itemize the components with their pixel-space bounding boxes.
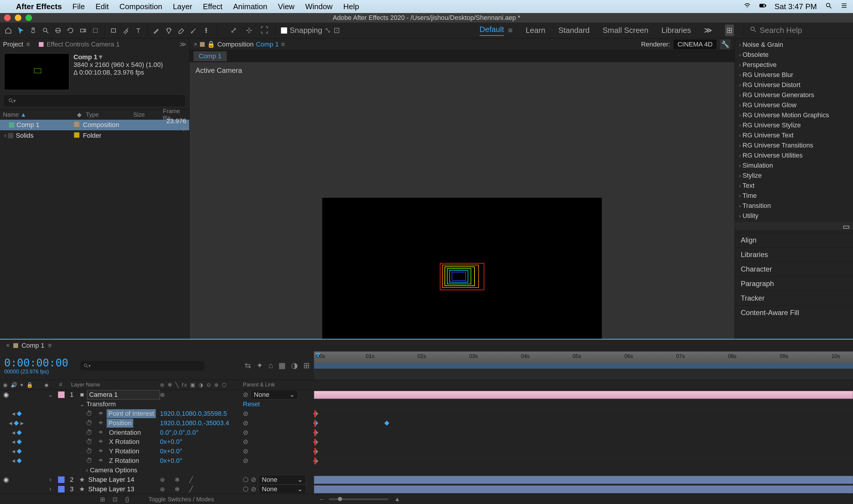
effect-cat[interactable]: ›RG Universe Distort [735,80,853,90]
home-button[interactable] [3,25,14,36]
effect-cat[interactable]: ›Perspective [735,60,853,70]
num-column[interactable]: # [59,382,71,388]
effect-cat[interactable]: ›RG Universe Utilities [735,150,853,161]
col-label-icon[interactable]: ◆ [74,111,83,118]
comp-settings-icon[interactable]: 🔧 [720,39,730,50]
switches-column[interactable]: ⊛ ✻ ╲ fx ▣ ◑ ⊙ ⊕ ⬡ [160,382,243,388]
project-item-comp[interactable]: Comp 1 Composition 23.976 ⊹ [0,120,189,130]
effect-cat[interactable]: ›RG Universe Blur [735,70,853,80]
toggle-switches-icon2[interactable]: ⊡ [112,496,118,503]
effect-cat[interactable]: ›RG Universe Generators [735,90,853,100]
world-axis-icon[interactable]: ⊹ [244,25,254,36]
parent-column[interactable]: Parent & Link [243,382,314,388]
keyframe[interactable] [385,421,390,426]
zoom-in-icon[interactable]: ▲ [394,496,400,503]
audio-column-icon[interactable]: 🔊 [11,382,17,388]
timeline-row[interactable]: ◂ ⏱⫩ Orientation 0.0°,0.0°,0.0° ⊘ [0,428,853,437]
frame-blend-icon[interactable]: ▦ [279,361,286,370]
effect-controls-tab[interactable]: Effect Controls Camera 1 [39,40,120,48]
panel-content-aware[interactable]: Content-Aware Fill [735,305,853,320]
lock-column-icon[interactable]: 🔒 [26,382,33,388]
effect-cat[interactable]: ›Utility [735,211,853,221]
panel-tracker[interactable]: Tracker [735,291,853,305]
orbit-tool[interactable] [53,25,64,36]
menu-composition[interactable]: Composition [119,2,162,11]
effect-cat[interactable]: ›RG Universe Glow [735,100,853,110]
zoom-out-icon[interactable]: – [320,496,323,503]
project-tab[interactable]: Project ≡ [3,40,30,48]
search-help-input[interactable]: Search Help [760,26,802,35]
panel-align[interactable]: Align [735,233,853,247]
app-name[interactable]: After Effects [16,2,62,11]
timeline-row[interactable]: ◂ ⏱⫩ X Rotation 0x+0.0° ⊘ [0,437,853,447]
effect-cat[interactable]: ›Obsolete [735,50,853,60]
work-area-bar[interactable] [314,363,853,369]
timeline-row[interactable]: ◂ ⏱⫩ Y Rotation 0x+0.0° ⊘ [0,447,853,456]
close-window[interactable] [4,15,11,21]
workspace-reset-icon[interactable]: ⊞ [725,24,734,36]
panel-overflow-icon[interactable]: ≫ [179,40,186,48]
maximize-window[interactable] [25,15,32,21]
effect-cat[interactable]: ›Noise & Grain [735,40,853,50]
rectangle-tool[interactable] [108,25,119,36]
hand-tool[interactable] [28,25,38,36]
timeline-row[interactable]: › 3 ★ Shape Layer 13 ⊕ ✻ ╱ ⬡ ⊘ None⌄ [0,484,853,494]
renderer-dropdown[interactable]: CINEMA 4D [673,39,717,50]
timeline-row[interactable]: ◂ ▸ ⏱⫩ Position 1920.0,1080.0,-35003.4 ⊘ [0,418,853,428]
motion-blur-icon[interactable]: ◑ [291,361,298,370]
snapping-checkbox[interactable] [281,27,287,34]
workspace-libraries[interactable]: Libraries [661,26,691,35]
parent-dropdown[interactable]: None⌄ [259,484,306,494]
pen-tool[interactable] [121,25,131,36]
view-axis-icon[interactable]: ⛶ [259,25,270,36]
timeline-row[interactable]: ◉ › 2 ★ Shape Layer 14 ⊕ ✻ ╱ ⬡ ⊘ None⌄ [0,475,853,484]
panel-paragraph[interactable]: Paragraph [735,276,853,291]
effect-cat[interactable]: ›RG Universe Motion Graphics [735,110,853,120]
workspace-overflow-icon[interactable]: ≫ [704,26,712,35]
effect-cat[interactable]: ›RG Universe Stylize [735,120,853,130]
spotlight-icon[interactable] [825,2,832,11]
brush-tool[interactable] [151,25,162,36]
new-bin-icon[interactable]: ▭ [735,222,853,230]
comp-minitab[interactable]: Comp 1 [193,51,227,61]
eye-column-icon[interactable]: ◉ [3,382,8,388]
timeline-tab[interactable]: Comp 1 [22,342,45,349]
toggle-switches-modes[interactable]: Toggle Switches / Modes [148,496,214,503]
workspace-learn[interactable]: Learn [526,26,546,35]
menu-file[interactable]: File [73,2,85,11]
project-search-input[interactable]: ▾ [4,95,185,106]
timeline-row[interactable]: › Camera Options [0,466,853,475]
roto-brush-tool[interactable] [189,25,199,36]
comp-thumbnail[interactable] [4,53,69,90]
timeline-row[interactable]: ⌄ Transform Reset [0,399,853,409]
workspace-standard[interactable]: Standard [558,26,590,35]
menu-view[interactable]: View [278,2,295,11]
timeline-timecode[interactable]: 0:00:00:00 [4,357,68,369]
solo-column-icon[interactable]: ● [20,382,23,388]
label-column-icon[interactable]: ◆ [45,382,59,388]
timeline-search[interactable]: ▾ [80,361,205,371]
zoom-slider[interactable] [329,498,388,500]
battery-icon[interactable] [759,2,766,11]
panel-libraries[interactable]: Libraries [735,247,853,262]
menu-help[interactable]: Help [343,2,359,11]
menu-window[interactable]: Window [305,2,332,11]
timeline-menu-icon[interactable]: ≡ [48,342,52,349]
effect-cat[interactable]: ›RG Universe Text [735,130,853,140]
col-name[interactable]: Name ▲ [0,111,74,118]
graph-editor-icon[interactable]: ⊞ [303,361,310,370]
draft3d-icon[interactable]: ✦ [256,361,263,370]
timeline-row[interactable]: ◉ ⌄ 1 ■ Camera 1 ⊕ ⊘ None⌄ [0,390,853,399]
col-type[interactable]: Type [83,111,130,118]
parent-dropdown[interactable]: None⌄ [259,475,306,484]
timeline-row[interactable]: ◂ ⏱⫩ Point of Interest 1920.0,1080.0,355… [0,409,853,418]
selection-tool[interactable] [15,25,26,36]
workspace-default[interactable]: Default [480,25,504,36]
lock-icon[interactable]: 🔒 [207,40,215,48]
minimize-window[interactable] [15,15,21,21]
puppet-tool[interactable] [201,25,212,36]
local-axis-icon[interactable]: ⤢ [228,25,239,36]
eraser-tool[interactable] [176,25,186,36]
zoom-tool[interactable] [40,25,51,36]
rotation-tool[interactable] [65,25,76,36]
